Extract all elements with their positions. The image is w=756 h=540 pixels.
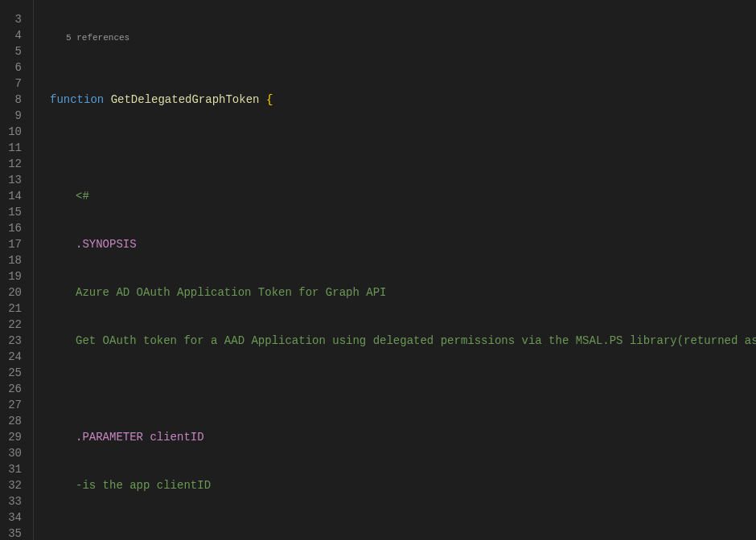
line-number: 35 [0,526,22,540]
line-number: 16 [0,220,22,236]
line-number: 31 [0,461,22,477]
line-number: 11 [0,140,22,156]
doc-text: Azure AD OAuth Application Token for Gra… [76,286,386,299]
code-line[interactable]: Azure AD OAuth Application Token for Gra… [50,284,756,301]
line-number: 3 [0,11,22,27]
line-number: 26 [0,381,22,397]
keyword-function: function [50,93,104,106]
doc-open: <# [76,190,89,202]
code-line[interactable]: function GetDelegatedGraphToken { [50,92,756,108]
line-number-gutter: 3 4 5 6 7 8 9 10 11 12 13 14 15 16 17 18… [0,0,34,540]
line-number: 13 [0,172,22,188]
line-number: 34 [0,509,22,526]
line-number: 21 [0,301,22,317]
line-number: 15 [0,204,22,220]
line-number: 30 [0,445,22,461]
doc-text: -is the app clientID [76,479,211,492]
line-number: 29 [0,429,22,445]
code-line[interactable] [50,381,756,397]
line-number: 25 [0,365,22,381]
line-number: 8 [0,92,22,108]
line-number: 23 [0,333,22,349]
line-number: 20 [0,284,22,301]
line-number: 12 [0,156,22,172]
line-number: 27 [0,397,22,413]
line-number: 18 [0,252,22,268]
line-number: 24 [0,349,22,365]
code-line[interactable]: .SYNOPSIS [50,236,756,252]
line-number: 6 [0,59,22,76]
doc-synopsis: .SYNOPSIS [76,238,137,251]
code-line[interactable] [50,140,756,156]
code-line[interactable]: -is the app clientID [50,477,756,493]
function-name: GetDelegatedGraphToken [111,93,260,106]
line-number: 7 [0,76,22,92]
line-number: 14 [0,188,22,204]
line-number: 9 [0,108,22,124]
doc-text: Get OAuth token for a AAD Application us… [76,334,756,347]
code-line[interactable]: <# [50,188,756,204]
line-number: 4 [0,27,22,43]
code-line[interactable] [50,526,756,540]
line-number: 22 [0,317,22,333]
line-number: 5 [0,43,22,59]
codelens-references[interactable]: 5 references [50,32,756,43]
line-number: 33 [0,493,22,509]
line-number: 19 [0,268,22,284]
doc-parameter: .PARAMETER clientID [76,431,204,444]
line-number: 28 [0,413,22,429]
brace-open: { [266,93,273,106]
line-number: 10 [0,124,22,140]
code-content[interactable]: 5 references function GetDelegatedGraphT… [34,0,756,540]
code-line[interactable]: Get OAuth token for a AAD Application us… [50,333,756,349]
line-number: 17 [0,236,22,252]
line-number: 32 [0,477,22,493]
code-editor[interactable]: 3 4 5 6 7 8 9 10 11 12 13 14 15 16 17 18… [0,0,756,540]
code-line[interactable]: .PARAMETER clientID [50,429,756,445]
